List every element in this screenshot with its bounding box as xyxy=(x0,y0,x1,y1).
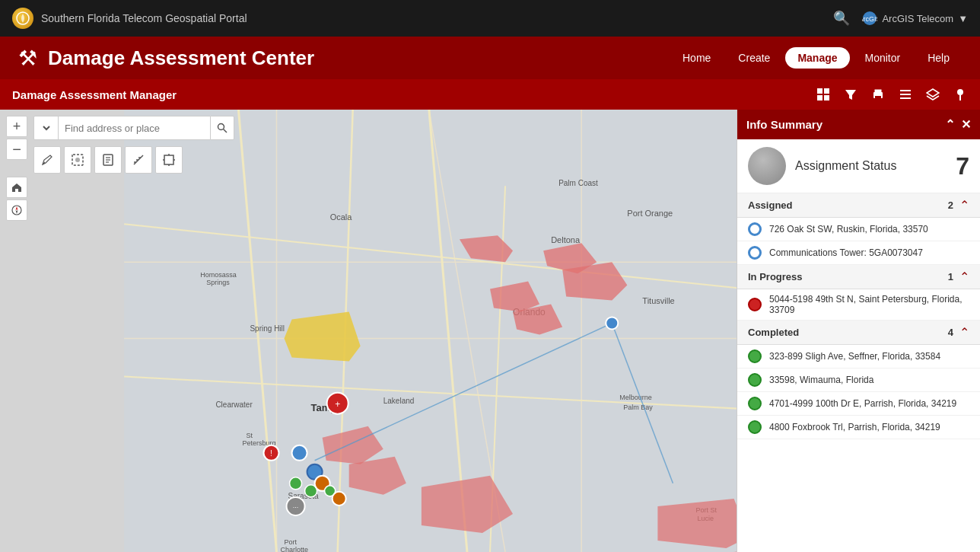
svg-rect-13 xyxy=(900,97,911,99)
assignment-status-count: 7 xyxy=(956,152,969,180)
in-progress-dot-1 xyxy=(748,298,762,311)
svg-text:Titusville: Titusville xyxy=(642,296,674,305)
app-logo xyxy=(12,8,33,29)
assigned-dot-2 xyxy=(748,246,762,260)
pin-icon[interactable] xyxy=(950,84,971,105)
user-account[interactable]: ArcGIS ArcGIS Telecom ▼ xyxy=(862,11,968,26)
assigned-count: 2 xyxy=(948,199,953,211)
in-progress-collapse-button[interactable]: ⌃ xyxy=(959,270,969,284)
main-nav: Home Create Manage Monitor Help xyxy=(670,47,962,69)
list-item[interactable]: 4800 Foxbrook Trl, Parrish, Florida, 342… xyxy=(737,416,980,439)
completed-dot-4 xyxy=(748,420,762,434)
zoom-out-button[interactable]: − xyxy=(6,139,27,160)
top-bar-right: 🔍 ArcGIS ArcGIS Telecom ▼ xyxy=(833,10,968,27)
list-item[interactable]: 323-899 Sligh Ave, Seffner, Florida, 335… xyxy=(737,345,980,369)
completed-section-header: Completed 4 ⌃ xyxy=(737,321,980,345)
svg-rect-10 xyxy=(875,96,881,99)
svg-rect-89 xyxy=(164,155,173,164)
svg-rect-3 xyxy=(817,88,822,94)
svg-point-71 xyxy=(606,317,618,329)
panel-collapse-button[interactable]: ⌃ xyxy=(945,117,955,132)
search-dropdown-button[interactable] xyxy=(33,116,58,140)
in-progress-item-1: 5044-5198 49th St N, Saint Petersburg, F… xyxy=(769,294,969,315)
notes-tool-button[interactable] xyxy=(94,146,122,174)
in-progress-count: 1 xyxy=(948,271,953,282)
in-progress-title: In Progress xyxy=(748,271,803,282)
main-content: Ocala Deltona Port Orange Orlando Titusv… xyxy=(0,110,980,552)
svg-text:Melbourne: Melbourne xyxy=(619,394,652,401)
grid-view-icon[interactable] xyxy=(813,84,834,105)
completed-dot-3 xyxy=(748,397,762,410)
svg-text:Palm Coast: Palm Coast xyxy=(558,179,598,187)
panel-scroll-area[interactable]: Assigned 2 ⌃ 726 Oak St SW, Ruskin, Flor… xyxy=(737,193,980,552)
svg-marker-7 xyxy=(845,90,856,100)
list-item[interactable]: Communications Tower: 5GA0073047 xyxy=(737,241,980,265)
svg-marker-53 xyxy=(285,311,361,361)
list-view-icon[interactable] xyxy=(895,84,916,105)
assigned-collapse-button[interactable]: ⌃ xyxy=(959,198,969,212)
panel-close-button[interactable]: ✕ xyxy=(961,117,971,132)
measure-tool-button[interactable] xyxy=(125,146,152,174)
completed-dot-1 xyxy=(748,349,762,363)
svg-text:St: St xyxy=(246,432,253,439)
search-bar xyxy=(33,116,234,140)
nav-create[interactable]: Create xyxy=(726,47,782,69)
list-item[interactable]: 726 Oak St SW, Ruskin, Florida, 33570 xyxy=(737,218,980,241)
nav-help[interactable]: Help xyxy=(915,47,962,69)
svg-text:Deltona: Deltona xyxy=(551,235,581,244)
app-title: Damage Assessment Center xyxy=(48,46,314,70)
portal-title: Southern Florida Telecom Geospatial Port… xyxy=(41,12,247,24)
assigned-item-2: Communications Tower: 5GA0073047 xyxy=(769,247,923,258)
completed-item-1: 323-899 Sligh Ave, Seffner, Florida, 335… xyxy=(769,351,940,362)
left-controls: + − xyxy=(0,110,33,166)
assigned-dot-1 xyxy=(748,222,762,236)
info-panel-actions: ⌃ ✕ xyxy=(945,117,971,132)
svg-text:Springs: Springs xyxy=(206,279,230,286)
filter-icon[interactable] xyxy=(840,84,861,105)
nav-manage[interactable]: Manage xyxy=(785,47,849,69)
svg-text:ArcGIS: ArcGIS xyxy=(862,15,877,23)
nav-monitor[interactable]: Monitor xyxy=(853,47,913,69)
nav-home[interactable]: Home xyxy=(670,47,723,69)
compass-button[interactable] xyxy=(6,199,27,221)
svg-marker-14 xyxy=(927,89,939,97)
completed-title: Completed xyxy=(748,327,799,338)
list-item[interactable]: 4701-4999 100th Dr E, Parrish, Florida, … xyxy=(737,392,980,416)
zoom-in-button[interactable]: + xyxy=(6,116,27,137)
svg-point-80 xyxy=(75,158,80,162)
completed-item-3: 4701-4999 100th Dr E, Parrish, Florida, … xyxy=(769,398,956,409)
assignment-status-row: Assignment Status 7 xyxy=(737,139,980,193)
assigned-title: Assigned xyxy=(748,199,793,211)
select-tool-button[interactable] xyxy=(64,146,91,174)
user-dropdown-icon[interactable]: ▼ xyxy=(958,13,968,24)
svg-point-75 xyxy=(332,492,346,506)
user-label: ArcGIS Telecom xyxy=(882,13,953,24)
extent-tool-button[interactable] xyxy=(155,146,183,174)
top-bar-left: Southern Florida Telecom Geospatial Port… xyxy=(12,8,247,29)
search-input[interactable] xyxy=(58,116,210,140)
page-toolbar: Damage Assessment Manager xyxy=(0,79,980,110)
info-panel-header: Info Summary ⌃ ✕ xyxy=(737,110,980,139)
completed-collapse-button[interactable]: ⌃ xyxy=(959,325,969,340)
svg-rect-11 xyxy=(900,90,911,91)
completed-count: 4 xyxy=(948,327,953,338)
svg-text:Charlotte: Charlotte xyxy=(281,546,309,552)
svg-text:Port: Port xyxy=(285,538,298,546)
list-item[interactable]: 5044-5198 49th St N, Saint Petersburg, F… xyxy=(737,289,980,321)
print-icon[interactable] xyxy=(867,84,889,105)
svg-rect-4 xyxy=(824,88,829,94)
svg-rect-6 xyxy=(824,95,829,101)
app-header-left: ⚒ Damage Assessment Center xyxy=(18,46,314,71)
search-submit-button[interactable] xyxy=(210,116,234,140)
svg-text:Homosassa: Homosassa xyxy=(200,271,237,279)
in-progress-section-header: In Progress 1 ⌃ xyxy=(737,265,980,289)
top-bar: Southern Florida Telecom Geospatial Port… xyxy=(0,0,980,37)
svg-line-77 xyxy=(224,129,228,133)
draw-tool-button[interactable] xyxy=(33,146,61,174)
svg-text:Lakeland: Lakeland xyxy=(383,397,415,405)
home-button[interactable] xyxy=(6,177,27,198)
toolbar-icons xyxy=(813,84,971,105)
global-search-icon[interactable]: 🔍 xyxy=(833,10,850,27)
layers-icon[interactable] xyxy=(922,84,943,105)
list-item[interactable]: 33598, Wimauma, Florida xyxy=(737,369,980,392)
